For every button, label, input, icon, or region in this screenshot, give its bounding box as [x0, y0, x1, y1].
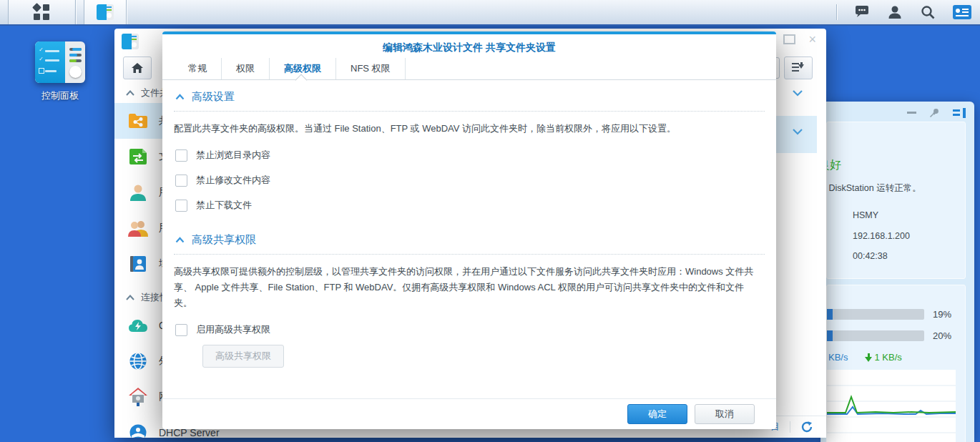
- checkbox-disable-modify[interactable]: 禁止修改文件内容: [175, 174, 765, 187]
- chevron-up-icon: [175, 94, 185, 100]
- advanced-share-permissions-button[interactable]: 高级共享权限: [202, 345, 284, 368]
- ok-button[interactable]: 确定: [627, 404, 687, 424]
- dialog-title: 编辑鸿森木业设计文件 共享文件夹设置: [162, 34, 776, 54]
- checkbox-label: 启用高级共享权限: [196, 323, 270, 336]
- checkbox-enable-advanced-share-permissions[interactable]: 启用高级共享权限: [175, 323, 765, 336]
- system-health-status: 状态良好: [826, 158, 841, 173]
- checkbox-label: 禁止下载文件: [196, 199, 252, 212]
- main-menu-button[interactable]: [9, 0, 74, 24]
- home-button[interactable]: [123, 57, 152, 79]
- maximize-icon[interactable]: [783, 34, 795, 44]
- system-health-widget: 状态良好 您的 DiskStation 运转正常。 HSMY 192.168.1…: [826, 122, 966, 279]
- chevron-down-icon[interactable]: [793, 90, 803, 97]
- chevron-up-icon: [126, 295, 134, 300]
- widget-panel-toggle-icon[interactable]: [953, 108, 966, 118]
- checkbox-disable-download[interactable]: 禁止下载文件: [175, 199, 765, 212]
- section-advanced-settings[interactable]: 高级设置: [175, 90, 765, 104]
- control-panel-icon: ✓✓: [35, 41, 85, 83]
- upload-speed: KB/s: [828, 352, 848, 363]
- checkbox[interactable]: [175, 149, 187, 162]
- chevron-down-icon[interactable]: [793, 129, 803, 135]
- sort-button[interactable]: [784, 57, 813, 79]
- cpu-percent: 19%: [933, 309, 951, 320]
- tab-nfs-permissions[interactable]: NFS 权限: [336, 58, 406, 79]
- download-speed: 1 KB/s: [874, 352, 901, 363]
- chevron-up-icon: [175, 237, 185, 243]
- server-name: HSMY: [853, 210, 878, 220]
- resource-monitor-widget: 19% 20% KB/s 1 KB/s: [826, 285, 966, 442]
- ram-percent: 20%: [933, 330, 951, 341]
- advanced-share-permissions-description: 高级共享权限可提供额外的控制层级，以管理共享文件夹的访问权限，并在用户通过以下文…: [174, 264, 755, 311]
- desktop-shortcut-control-panel[interactable]: ✓✓ 控制面板: [20, 41, 100, 102]
- user-icon: [888, 5, 902, 19]
- desktop: 状态良好 您的 DiskStation 运转正常。 HSMY 192.168.1…: [0, 0, 980, 442]
- tab-permissions[interactable]: 权限: [222, 58, 270, 79]
- checkbox[interactable]: [175, 200, 187, 212]
- file-services-icon: [127, 147, 149, 167]
- control-panel-icon: [97, 4, 114, 20]
- close-icon[interactable]: ×: [808, 34, 816, 44]
- checkbox-disable-browse[interactable]: 禁止浏览目录内容: [175, 149, 765, 162]
- user-icon: [127, 182, 149, 202]
- checkbox[interactable]: [175, 175, 187, 187]
- user-menu-button[interactable]: [887, 4, 903, 20]
- sort-icon: [792, 63, 805, 73]
- quickconnect-icon: [127, 315, 149, 335]
- taskbar: [0, 0, 980, 26]
- refresh-icon[interactable]: [800, 421, 813, 433]
- app-grid-icon: [33, 4, 50, 21]
- dialog-footer: 确定 取消: [162, 398, 776, 429]
- home-icon: [131, 62, 144, 74]
- dotted-divider: [174, 254, 765, 255]
- widgets-panel-button[interactable]: [953, 5, 971, 19]
- chat-bubble-icon: [854, 5, 870, 19]
- control-panel-icon: [122, 34, 139, 49]
- advanced-settings-description: 配置此共享文件夹的高级权限。当通过 File Station、FTP 或 Web…: [174, 121, 765, 137]
- cancel-button[interactable]: 取消: [695, 404, 755, 424]
- pin-icon[interactable]: [929, 107, 940, 118]
- domain-ldap-icon: [127, 254, 149, 274]
- download-arrow-icon: [865, 353, 872, 362]
- user-group-icon: [127, 218, 149, 238]
- search-button[interactable]: [920, 4, 936, 20]
- shortcut-label: 控制面板: [41, 89, 79, 102]
- widget-panel: 状态良好 您的 DiskStation 运转正常。 HSMY 192.168.1…: [820, 102, 974, 442]
- dhcp-server-icon: [127, 423, 149, 438]
- dotted-divider: [174, 111, 765, 112]
- shared-folder-icon: [127, 111, 149, 131]
- checkbox-label: 禁止修改文件内容: [196, 174, 270, 187]
- section-advanced-share-permissions[interactable]: 高级共享权限: [175, 233, 765, 247]
- ip-address: 192.168.1.200: [853, 231, 910, 241]
- network-traffic-chart: [826, 370, 956, 442]
- dialog-tabs: 常规 权限 高级权限 NFS 权限: [162, 58, 776, 80]
- search-icon: [921, 5, 935, 19]
- system-health-text: 您的 DiskStation 运转正常。: [826, 182, 921, 195]
- globe-icon: [127, 351, 149, 371]
- notifications-button[interactable]: [854, 4, 870, 20]
- network-house-icon: [127, 387, 149, 407]
- shared-folder-settings-dialog: 编辑鸿森木业设计文件 共享文件夹设置 常规 权限 高级权限 NFS 权限 高级设…: [162, 31, 776, 429]
- uptime: 00:42:38: [853, 251, 888, 261]
- checkbox-label: 禁止浏览目录内容: [196, 149, 270, 162]
- dialog-body: 高级设置 配置此共享文件夹的高级权限。当通过 File Station、FTP …: [174, 82, 765, 399]
- taskbar-task-control-panel[interactable]: [84, 0, 126, 24]
- widget-minimize-icon[interactable]: [907, 112, 916, 114]
- chevron-up-icon: [126, 90, 134, 96]
- checkbox[interactable]: [175, 324, 187, 336]
- tab-general[interactable]: 常规: [174, 58, 222, 79]
